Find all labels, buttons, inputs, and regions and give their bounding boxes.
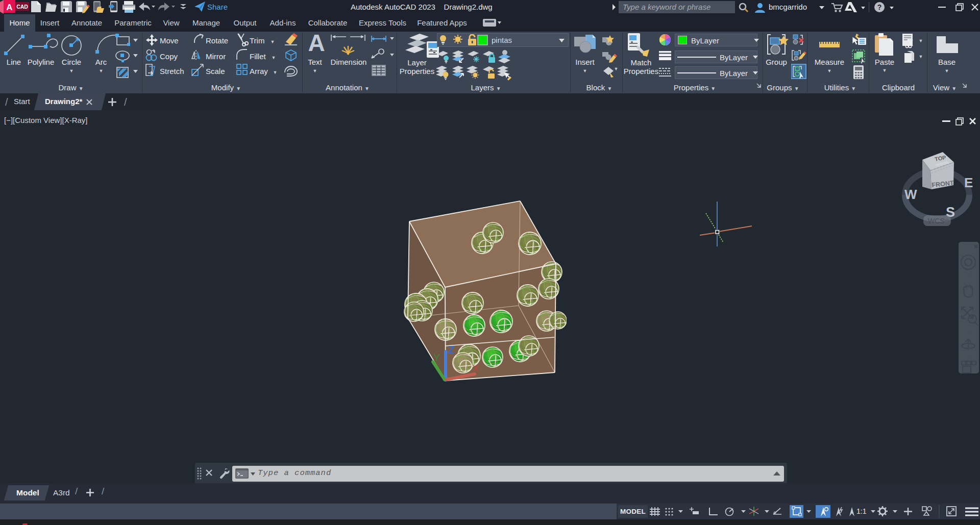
svg-text:X: X bbox=[472, 363, 479, 374]
svg-text:E: E bbox=[964, 175, 973, 190]
svg-text:WCS: WCS bbox=[928, 217, 945, 225]
svg-text:1:1: 1:1 bbox=[856, 507, 867, 515]
svg-text:pintas: pintas bbox=[492, 36, 512, 44]
svg-text:A: A bbox=[6, 3, 12, 12]
svg-text:Y: Y bbox=[433, 352, 440, 363]
svg-text:Z: Z bbox=[448, 343, 454, 356]
svg-text:?: ? bbox=[877, 3, 882, 11]
svg-text:W: W bbox=[904, 187, 917, 202]
svg-text:CAD: CAD bbox=[16, 4, 28, 10]
